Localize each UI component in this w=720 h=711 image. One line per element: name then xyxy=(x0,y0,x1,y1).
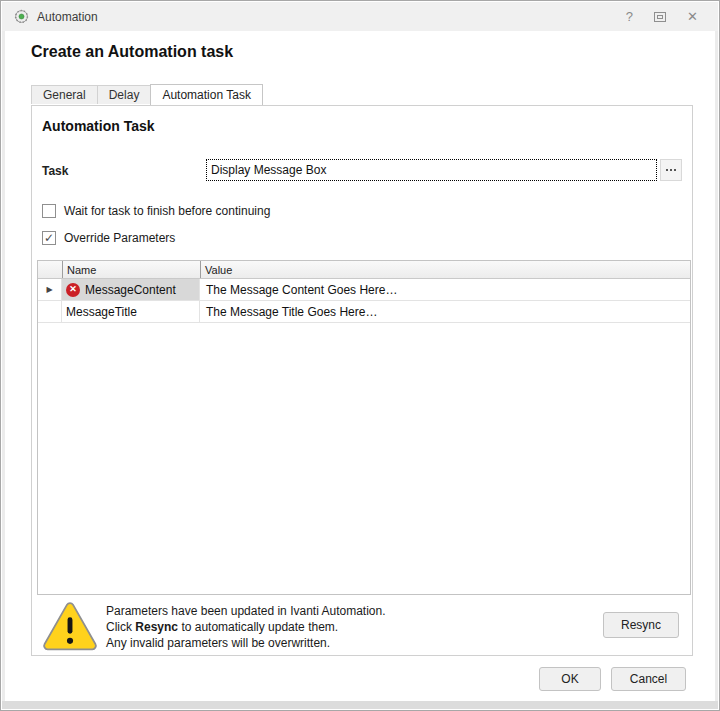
app-icon xyxy=(14,9,29,24)
warning-line-2: Click Resync to automatically update the… xyxy=(106,619,386,635)
task-field[interactable]: Display Message Box xyxy=(206,159,657,181)
cell-value-messagetitle[interactable]: The Message Title Goes Here… xyxy=(200,301,690,322)
column-header-name[interactable]: Name xyxy=(62,261,200,278)
page-title: Create an Automation task xyxy=(31,43,233,61)
cell-value-messagecontent[interactable]: The Message Content Goes Here… xyxy=(200,279,690,300)
automation-task-panel: Automation Task Task Display Message Box… xyxy=(31,105,693,656)
cell-name-messagecontent[interactable]: ✕ MessageContent xyxy=(62,279,200,300)
table-header: Name Value xyxy=(38,261,690,279)
section-heading: Automation Task xyxy=(42,118,155,134)
warning-line-1: Parameters have been updated in Ivanti A… xyxy=(106,603,386,619)
ellipsis-icon xyxy=(666,169,676,171)
resync-button[interactable]: Resync xyxy=(603,612,679,638)
table-row[interactable]: MessageTitle The Message Title Goes Here… xyxy=(38,301,690,323)
column-header-value[interactable]: Value xyxy=(200,261,690,278)
cancel-button[interactable]: Cancel xyxy=(611,667,686,691)
window-title: Automation xyxy=(37,10,98,24)
row-marker-header xyxy=(38,261,62,278)
cell-name-messagetitle[interactable]: MessageTitle xyxy=(62,301,200,322)
error-icon: ✕ xyxy=(66,283,80,297)
parameters-table: Name Value ▶ ✕ MessageContent The Messag… xyxy=(37,260,691,595)
warning-message: Parameters have been updated in Ivanti A… xyxy=(106,603,386,651)
warning-line-3: Any invalid parameters will be overwritt… xyxy=(106,635,386,651)
checkbox-checked-icon[interactable]: ✓ xyxy=(42,231,56,245)
tab-strip: General Delay Automation Task xyxy=(31,84,262,104)
tab-general[interactable]: General xyxy=(31,85,98,104)
row-marker-arrow-icon: ▶ xyxy=(38,279,62,300)
close-icon[interactable]: ✕ xyxy=(687,10,698,23)
override-parameters-label: Override Parameters xyxy=(64,231,175,245)
window-frame-left xyxy=(2,31,5,701)
title-bar[interactable]: Automation ? ✕ xyxy=(2,2,718,31)
checkbox-unchecked-icon[interactable] xyxy=(42,204,56,218)
param-name: MessageContent xyxy=(85,283,176,297)
window-frame-right xyxy=(715,31,718,701)
row-marker-empty xyxy=(38,301,62,322)
override-parameters-checkbox-row[interactable]: ✓ Override Parameters xyxy=(42,231,175,245)
wait-for-task-checkbox-row[interactable]: Wait for task to finish before continuin… xyxy=(42,204,270,218)
tab-automation-task[interactable]: Automation Task xyxy=(150,84,263,105)
automation-dialog: Automation ? ✕ Create an Automation task… xyxy=(0,0,720,711)
window-frame-bottom xyxy=(2,701,718,709)
table-row[interactable]: ▶ ✕ MessageContent The Message Content G… xyxy=(38,279,690,301)
param-name: MessageTitle xyxy=(66,305,137,319)
wait-for-task-label: Wait for task to finish before continuin… xyxy=(64,204,270,218)
tab-delay[interactable]: Delay xyxy=(97,85,152,104)
task-label: Task xyxy=(42,164,68,178)
task-browse-button[interactable] xyxy=(660,159,682,181)
window-controls: ? ✕ xyxy=(626,10,706,23)
warning-triangle-icon xyxy=(42,600,98,655)
restore-icon[interactable] xyxy=(654,12,666,22)
help-icon[interactable]: ? xyxy=(626,10,633,23)
ok-button[interactable]: OK xyxy=(539,667,601,691)
